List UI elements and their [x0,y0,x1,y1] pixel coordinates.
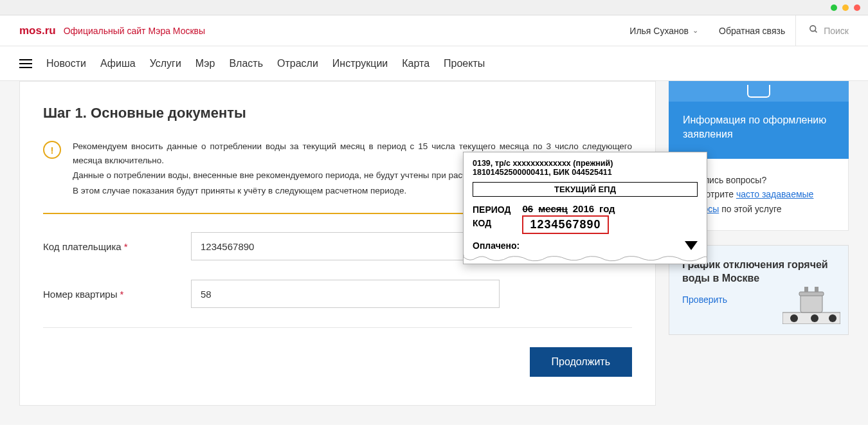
search-icon [809,24,818,37]
triangle-down-icon [685,241,698,250]
doc-hint-line: 18101452500000411, БИК 044525411 [473,168,698,177]
promo-link[interactable]: Проверить [682,294,727,305]
user-name: Илья Суханов [629,26,689,36]
apartment-input[interactable] [191,280,500,308]
site-logo: mos.ru [19,24,56,37]
site-tagline: Официальный сайт Мэра Москвы [64,26,205,36]
promo-illustration [782,285,840,327]
apartment-row: Номер квартиры * [43,280,632,308]
doc-paid-label: Оплачено: [473,240,520,251]
window-maximize-dot[interactable] [842,5,849,11]
nav-item-sectors[interactable]: Отрасли [277,58,318,69]
nav-item-services[interactable]: Услуги [150,58,181,69]
step-title: Шаг 1. Основные документы [43,105,632,122]
nav-item-events[interactable]: Афиша [100,58,136,69]
nav-item-mayor[interactable]: Мэр [195,58,215,69]
svg-point-5 [829,314,836,322]
nav-item-map[interactable]: Карта [402,58,429,69]
svg-point-0 [810,26,816,32]
apartment-label: Номер квартиры * [43,289,191,300]
nav-item-gov[interactable]: Власть [229,58,263,69]
browser-titlebar [0,0,868,15]
svg-rect-9 [815,287,818,292]
warning-icon: ! [43,141,61,159]
search-placeholder: Поиск [824,26,849,36]
main-nav: Новости Афиша Услуги Мэр Власть Отрасли … [0,46,868,81]
svg-line-1 [815,30,817,32]
info-box-title: Информация по оформлению заявления [683,113,835,142]
feedback-link[interactable]: Обратная связь [709,26,795,36]
search-trigger[interactable]: Поиск [795,15,849,46]
logo-area[interactable]: mos.ru Официальный сайт Мэра Москвы [19,24,205,37]
faq-text: по этой услуге [719,204,781,214]
hamburger-menu[interactable] [19,59,32,68]
torn-edge-decoration [464,255,707,264]
svg-point-3 [790,314,798,322]
doc-period-label: ПЕРИОД [473,203,511,217]
user-menu[interactable]: Илья Суханов ⌄ [619,26,709,36]
window-close-dot[interactable] [854,5,860,11]
doc-hint-banner: ТЕКУЩИЙ ЕПД [473,182,698,197]
payer-code-label: Код плательщика * [43,241,191,252]
topbar: mos.ru Официальный сайт Мэра Москвы Илья… [0,15,868,46]
doc-hint-line: 0139, тр/с xxxxxxxxxxxxx (прежний) [473,159,698,168]
info-box-icon [669,81,849,102]
chevron-down-icon: ⌄ [692,26,698,35]
doc-period-value: 06 месяц 2016 год [522,203,615,214]
form-divider [43,327,632,328]
svg-rect-6 [800,294,822,312]
nav-item-projects[interactable]: Проекты [444,58,485,69]
svg-rect-7 [799,292,824,296]
window-minimize-dot[interactable] [831,5,837,11]
svg-point-4 [811,314,818,322]
svg-rect-8 [804,287,808,292]
info-box[interactable]: Информация по оформлению заявления [669,81,849,159]
nav-item-news[interactable]: Новости [46,58,86,69]
payer-code-input[interactable] [191,232,500,260]
doc-code-highlight: 1234567890 [522,215,608,234]
document-hint-tooltip: 0139, тр/с xxxxxxxxxxxxx (прежний) 18101… [463,152,707,264]
continue-button[interactable]: Продолжить [530,347,632,377]
nav-item-instructions[interactable]: Инструкции [332,58,388,69]
doc-code-label: КОД [473,217,511,230]
